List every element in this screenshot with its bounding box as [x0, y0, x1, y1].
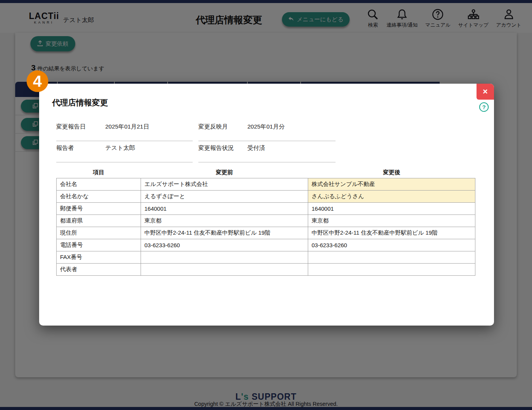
cell-item: FAX番号 [57, 251, 141, 263]
cell-item: 電話番号 [57, 239, 141, 251]
cell-after: 03-6233-6260 [308, 239, 475, 251]
table-row: FAX番号 [57, 251, 475, 263]
cell-before: 1640001 [141, 202, 308, 215]
field-reporter: 報告者 テスト太郎 [56, 141, 193, 162]
modal-title: 代理店情報変更 [52, 97, 108, 108]
column-header-after: 変更後 [308, 167, 475, 178]
table-row: 電話番号03-6233-626003-6233-6260 [57, 239, 475, 251]
cell-after: さんぷるふどうさん [308, 190, 475, 202]
cell-after [308, 263, 475, 275]
field-label: 報告者 [56, 144, 105, 152]
table-header-row: 項目 変更前 変更後 [57, 167, 475, 178]
field-report-status: 変更報告状況 受付済 [198, 141, 336, 162]
modal-table-body: 会社名エルズサポート株式会社株式会社サンプル不動産会社名かなえるずさぽーとさんぷ… [57, 178, 475, 275]
help-icon[interactable]: ? [479, 102, 489, 112]
field-change-report-date: 変更報告日 2025年01月21日 [56, 120, 193, 141]
cell-item: 会社名 [57, 178, 141, 190]
agency-info-change-modal: × ? 代理店情報変更 変更報告日 2025年01月21日 変更反映月 2025… [39, 84, 494, 326]
cell-before: えるずさぽーと [141, 190, 308, 202]
table-row: 会社名かなえるずさぽーとさんぷるふどうさん [57, 190, 475, 202]
field-label: 変更報告状況 [198, 144, 247, 152]
field-reflect-month: 変更反映月 2025年01月分 [198, 120, 336, 141]
cell-after [308, 251, 475, 263]
close-icon[interactable]: × [477, 84, 494, 100]
cell-before: 東京都 [141, 215, 308, 227]
cell-after: 1640001 [308, 202, 475, 215]
field-label: 変更反映月 [198, 123, 247, 131]
cell-item: 都道府県 [57, 215, 141, 227]
change-comparison-table: 項目 変更前 変更後 会社名エルズサポート株式会社株式会社サンプル不動産会社名か… [56, 167, 475, 276]
cell-before: 03-6233-6260 [141, 239, 308, 251]
cell-item: 代表者 [57, 263, 141, 275]
table-row: 会社名エルズサポート株式会社株式会社サンプル不動産 [57, 178, 475, 190]
cell-after: 中野区中野2-24-11 住友不動産中野駅前ビル 19階 [308, 227, 475, 239]
cell-after: 株式会社サンプル不動産 [308, 178, 475, 190]
field-label: 変更報告日 [56, 123, 105, 131]
field-value: 受付済 [247, 144, 265, 152]
cell-after: 東京都 [308, 215, 475, 227]
column-header-before: 変更前 [141, 167, 308, 178]
cell-item: 会社名かな [57, 190, 141, 202]
table-row: 代表者 [57, 263, 475, 275]
cell-before [141, 263, 308, 275]
modal-fields: 変更報告日 2025年01月21日 変更反映月 2025年01月分 報告者 テス… [56, 120, 336, 162]
field-value: テスト太郎 [105, 144, 135, 152]
table-row: 現住所中野区中野2-24-11 住友不動産中野駅前ビル 19階中野区中野2-24… [57, 227, 475, 239]
column-header-item: 項目 [57, 167, 141, 178]
table-row: 郵便番号16400011640001 [57, 202, 475, 215]
field-value: 2025年01月分 [247, 123, 285, 131]
table-row: 都道府県東京都東京都 [57, 215, 475, 227]
tour-step-badge: 4 [27, 70, 48, 92]
field-value: 2025年01月21日 [105, 123, 149, 131]
cell-item: 現住所 [57, 227, 141, 239]
cell-item: 郵便番号 [57, 202, 141, 215]
cell-before: 中野区中野2-24-11 住友不動産中野駅前ビル 19階 [141, 227, 308, 239]
cell-before: エルズサポート株式会社 [141, 178, 308, 190]
cell-before [141, 251, 308, 263]
